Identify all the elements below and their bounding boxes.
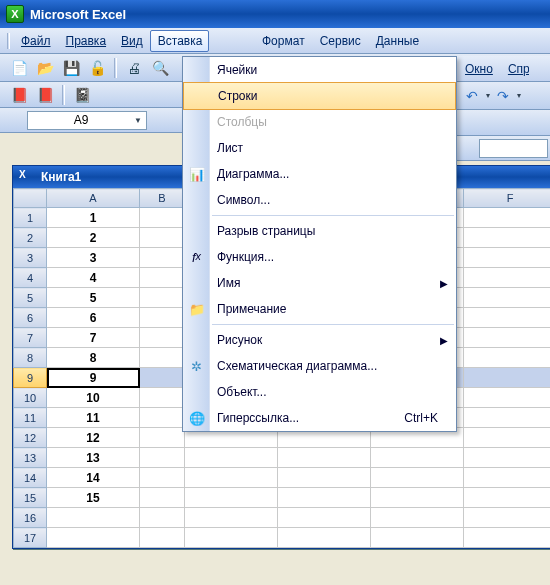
menu-tools[interactable]: Сервис [312, 30, 368, 52]
row-header[interactable]: 12 [14, 428, 47, 448]
submenu-arrow-icon: ▶ [440, 335, 448, 346]
shortcut-label: Ctrl+K [404, 411, 438, 425]
menu-view[interactable]: Вид [113, 30, 150, 52]
app-title: Microsoft Excel [30, 7, 126, 22]
row-header[interactable]: 2 [14, 228, 47, 248]
menu-item-pagebreak[interactable]: Разрыв страницы [183, 218, 456, 244]
row-header[interactable]: 7 [14, 328, 47, 348]
menubar-middle: Формат Сервис Данные [250, 28, 457, 54]
cell[interactable]: 6 [47, 308, 140, 328]
comment-icon: 📁 [186, 302, 207, 317]
col-header-A[interactable]: A [47, 189, 140, 208]
cell[interactable]: 15 [47, 488, 140, 508]
workbook-icon: X [19, 169, 35, 185]
cell-active[interactable]: 9 [47, 368, 140, 388]
cell[interactable]: 4 [47, 268, 140, 288]
name-box[interactable]: A9 ▼ [27, 111, 147, 130]
menu-item-rows[interactable]: Строки [183, 82, 456, 110]
menu-data[interactable]: Данные [368, 30, 426, 52]
col-header-B[interactable]: B [140, 189, 185, 208]
cell[interactable]: 8 [47, 348, 140, 368]
menu-item-sheet[interactable]: Лист [183, 135, 456, 161]
titlebar: X Microsoft Excel [0, 0, 550, 28]
print-preview-icon[interactable]: 🔍 [149, 57, 171, 79]
right-panel-sliver: Окно Спра ↶▾ ↷▾ [457, 56, 550, 161]
insert-menu: Ячейки Строки Столбцы Лист 📊 Диаграмма..… [182, 56, 457, 432]
schematic-icon: ✲ [186, 359, 207, 374]
cell[interactable]: 14 [47, 468, 140, 488]
print-icon[interactable]: 🖨 [123, 57, 145, 79]
menu-item-symbol[interactable]: Символ... [183, 187, 456, 213]
function-icon: fx [186, 250, 207, 265]
menu-item-function[interactable]: fx Функция... [183, 244, 456, 270]
cell[interactable]: 5 [47, 288, 140, 308]
col-header-F[interactable]: F [464, 189, 551, 208]
save-icon[interactable]: 💾 [60, 57, 82, 79]
cell[interactable]: 1 [47, 208, 140, 228]
submenu-arrow-icon: ▶ [440, 278, 448, 289]
menu-item-columns: Столбцы [183, 109, 456, 135]
menu-separator [212, 215, 454, 216]
menu-insert[interactable]: Вставка [150, 30, 210, 52]
row-header[interactable]: 4 [14, 268, 47, 288]
cell[interactable]: 11 [47, 408, 140, 428]
row-header[interactable]: 17 [14, 528, 47, 548]
pdf-icon-2[interactable]: 📕 [34, 84, 56, 106]
row-header[interactable]: 8 [14, 348, 47, 368]
cell[interactable]: 12 [47, 428, 140, 448]
menu-item-hyperlink[interactable]: 🌐 Гиперссылка... Ctrl+K [183, 405, 456, 431]
row-header[interactable]: 16 [14, 508, 47, 528]
undo-icon[interactable]: ↶ [461, 85, 483, 107]
name-box-value: A9 [32, 113, 130, 127]
row-header[interactable]: 6 [14, 308, 47, 328]
menu-item-object[interactable]: Объект... [183, 379, 456, 405]
chart-icon: 📊 [186, 167, 207, 182]
menu-item-cells[interactable]: Ячейки [183, 57, 456, 83]
row-header[interactable]: 13 [14, 448, 47, 468]
cell[interactable] [140, 208, 185, 228]
permission-icon[interactable]: 🔓 [86, 57, 108, 79]
cell[interactable]: 3 [47, 248, 140, 268]
cell[interactable]: 13 [47, 448, 140, 468]
menu-item-picture[interactable]: Рисунок▶ [183, 327, 456, 353]
open-file-icon[interactable]: 📂 [34, 57, 56, 79]
pdf-icon-1[interactable]: 📕 [8, 84, 30, 106]
formula-bar[interactable] [479, 139, 548, 158]
menubar-grip[interactable] [7, 33, 10, 49]
pdf-settings-icon[interactable]: 📓 [71, 84, 93, 106]
toolbar-separator [114, 58, 117, 78]
row-header[interactable]: 14 [14, 468, 47, 488]
excel-app-icon: X [6, 5, 24, 23]
menu-help[interactable]: Спра [500, 58, 530, 80]
redo-dropdown-icon[interactable]: ▾ [517, 91, 521, 100]
row-header[interactable]: 10 [14, 388, 47, 408]
row-header[interactable]: 1 [14, 208, 47, 228]
cell[interactable]: 10 [47, 388, 140, 408]
menu-file[interactable]: Файл [13, 30, 58, 52]
workbook-title: Книга1 [41, 170, 81, 184]
menu-item-name[interactable]: Имя▶ [183, 270, 456, 296]
toolbar-separator [62, 85, 65, 105]
name-box-dropdown-icon[interactable]: ▼ [134, 116, 142, 125]
row-header[interactable]: 3 [14, 248, 47, 268]
row-header-selected[interactable]: 9 [14, 368, 47, 388]
menu-edit[interactable]: Правка [58, 30, 114, 52]
menu-item-chart[interactable]: 📊 Диаграмма... [183, 161, 456, 187]
row-header[interactable]: 5 [14, 288, 47, 308]
hyperlink-icon: 🌐 [186, 411, 207, 426]
redo-icon[interactable]: ↷ [492, 85, 514, 107]
menu-separator [212, 324, 454, 325]
undo-dropdown-icon[interactable]: ▾ [486, 91, 490, 100]
menu-format[interactable]: Формат [254, 30, 312, 52]
new-file-icon[interactable]: 📄 [8, 57, 30, 79]
row-header[interactable]: 15 [14, 488, 47, 508]
row-header[interactable]: 11 [14, 408, 47, 428]
cell[interactable]: 2 [47, 228, 140, 248]
menu-item-schematic[interactable]: ✲ Схематическая диаграмма... [183, 353, 456, 379]
cell[interactable]: 7 [47, 328, 140, 348]
menu-item-comment[interactable]: 📁 Примечание [183, 296, 456, 322]
menu-window[interactable]: Окно [457, 58, 500, 80]
select-all-corner[interactable] [14, 189, 47, 208]
